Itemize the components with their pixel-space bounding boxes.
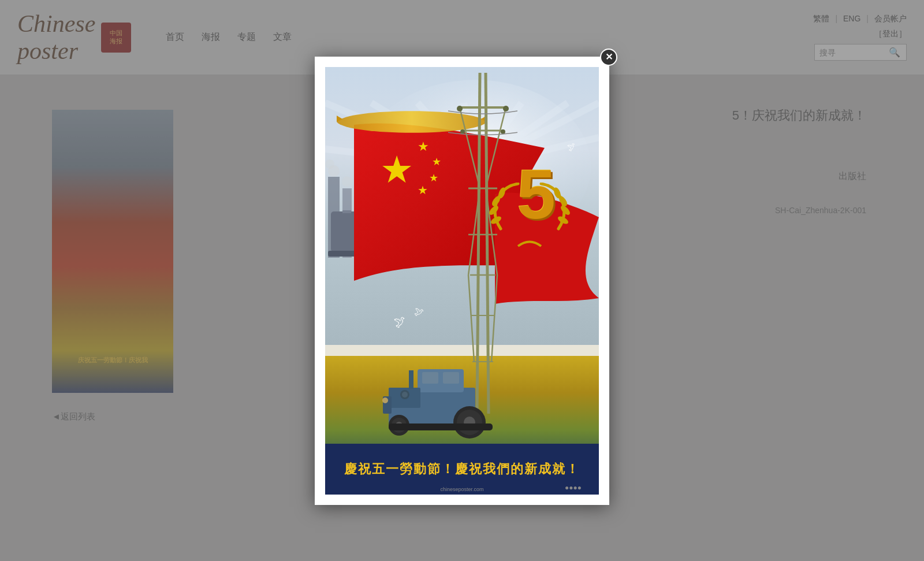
svg-point-45	[457, 106, 463, 112]
svg-rect-62	[443, 372, 459, 384]
dove-2: 🕊	[414, 306, 425, 318]
svg-line-35	[486, 107, 506, 188]
svg-rect-61	[422, 372, 438, 384]
svg-point-71	[382, 397, 388, 403]
svg-rect-70	[389, 423, 493, 430]
svg-text:★: ★	[418, 184, 428, 196]
poster-modal: ✕	[315, 57, 609, 505]
modal-overlay[interactable]: ✕	[0, 0, 924, 561]
close-icon: ✕	[605, 51, 613, 62]
close-button[interactable]: ✕	[600, 49, 617, 66]
poster-dots: ●●●●	[565, 484, 582, 492]
svg-point-48	[501, 129, 505, 134]
svg-text:★: ★	[418, 139, 429, 154]
svg-line-30	[477, 73, 480, 414]
svg-line-39	[491, 275, 497, 362]
svg-point-47	[460, 129, 465, 134]
anniversary-number: 5	[517, 159, 556, 229]
poster-image: ★ ★ ★ ★ ★	[325, 67, 599, 495]
svg-line-34	[460, 107, 480, 188]
svg-rect-60	[409, 370, 413, 389]
tractor	[377, 365, 504, 440]
svg-text:★: ★	[429, 172, 438, 184]
svg-text:★: ★	[380, 149, 413, 191]
svg-line-38	[468, 275, 474, 362]
svg-point-73	[402, 392, 408, 397]
svg-line-31	[486, 73, 489, 414]
svg-point-46	[503, 106, 509, 112]
poster-footer-text: chineseposter.com	[325, 486, 599, 492]
poster-banner-text: 慶祝五一勞動節！慶祝我們的新成就！	[344, 460, 580, 478]
svg-text:★: ★	[432, 156, 441, 168]
